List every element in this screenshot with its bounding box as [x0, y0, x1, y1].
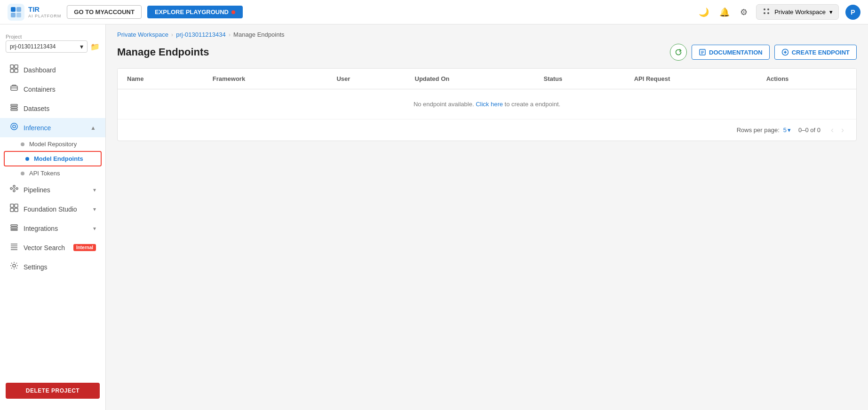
svg-point-5 [767, 8, 769, 10]
explore-playground-button[interactable]: EXPLORE PLAYGROUND [147, 6, 243, 18]
sidebar-item-settings[interactable]: Settings [0, 257, 105, 276]
settings-button[interactable]: ⚙ [738, 5, 749, 19]
api-tokens-dot [21, 172, 24, 175]
sidebar-sub-model-repository-label: Model Repository [29, 141, 77, 148]
integrations-chevron-icon: ▾ [93, 225, 96, 232]
svg-rect-11 [15, 69, 18, 72]
topnav-left: TIR AI PLATFORM GO TO MYACCOUNT EXPLORE … [8, 4, 243, 21]
breadcrumb-workspace[interactable]: Private Workspace [117, 31, 168, 38]
go-to-myaccount-button[interactable]: GO TO MYACCOUNT [67, 5, 142, 19]
topnav-right: 🌙 🔔 ⚙ Private Workspace ▾ P [697, 4, 860, 20]
containers-icon [9, 84, 19, 95]
col-name: Name [118, 69, 203, 89]
svg-point-17 [11, 123, 17, 130]
svg-point-18 [13, 125, 16, 128]
breadcrumb-project[interactable]: prj-013011213434 [176, 31, 226, 38]
svg-rect-32 [11, 229, 17, 230]
refresh-button[interactable] [670, 44, 687, 61]
svg-point-22 [13, 190, 15, 192]
table-empty-text: No endpoint available. [414, 101, 474, 108]
dashboard-icon [9, 64, 19, 75]
sidebar-item-integrations-label: Integrations [24, 225, 88, 232]
delete-project-button[interactable]: DELETE PROJECT [6, 383, 100, 399]
sidebar-item-vector-search-label: Vector Search [24, 244, 67, 252]
avatar[interactable]: P [845, 5, 860, 20]
sidebar-item-integrations[interactable]: Integrations ▾ [0, 219, 105, 238]
svg-rect-29 [15, 208, 18, 212]
prev-page-button[interactable]: ‹ [828, 124, 836, 136]
vector-search-internal-badge: Internal [73, 244, 96, 251]
main-content: Private Workspace › prj-013011213434 › M… [106, 24, 868, 410]
sidebar-item-settings-label: Settings [24, 263, 96, 271]
create-endpoint-label: CREATE ENDPOINT [792, 49, 850, 56]
sidebar-item-foundation-studio-label: Foundation Studio [24, 205, 88, 213]
sidebar-item-inference-label: Inference [24, 124, 86, 132]
table-footer: Rows per page: 5 ▾ 0–0 of 0 ‹ › [118, 119, 856, 141]
settings-nav-icon [9, 261, 19, 272]
col-updated-on: Updated On [406, 69, 534, 89]
svg-rect-31 [11, 227, 17, 229]
table-empty-cell: No endpoint available. Click here to cre… [118, 89, 856, 119]
sidebar-item-vector-search[interactable]: Vector Search Internal [0, 238, 105, 257]
sidebar-bottom: DELETE PROJECT [0, 377, 105, 404]
sidebar-sub-model-repository[interactable]: Model Repository [0, 137, 105, 151]
col-api-request: API Request [625, 69, 757, 89]
dark-mode-button[interactable]: 🌙 [697, 5, 711, 19]
model-endpoints-active-box: Model Endpoints [4, 151, 102, 166]
sidebar-item-inference[interactable]: Inference ▲ [0, 118, 105, 137]
sidebar-item-dashboard-label: Dashboard [24, 66, 96, 74]
sidebar-item-pipelines[interactable]: Pipelines ▾ [0, 180, 105, 199]
sidebar-item-datasets-label: Datasets [24, 105, 96, 112]
inference-chevron-icon: ▲ [90, 125, 96, 131]
workspace-icon [762, 7, 771, 17]
create-endpoint-button[interactable]: CREATE ENDPOINT [774, 45, 857, 60]
workspace-selector[interactable]: Private Workspace ▾ [756, 4, 839, 20]
sidebar-item-dashboard[interactable]: Dashboard [0, 60, 105, 79]
sidebar-sub-api-tokens[interactable]: API Tokens [0, 166, 105, 180]
breadcrumb-sep-1: › [171, 31, 173, 38]
documentation-button[interactable]: DOCUMENTATION [692, 45, 770, 60]
vector-search-icon [9, 242, 19, 253]
col-status: Status [534, 69, 624, 89]
page-header: Manage Endpoints DOCUMENTATION CREATE EN… [106, 42, 868, 68]
sidebar-sub-model-endpoints-label: Model Endpoints [34, 155, 83, 162]
svg-rect-0 [11, 7, 16, 12]
sidebar: Project prj-013011213434 ▾ 📁 Dashboard [0, 24, 106, 410]
logo[interactable]: TIR AI PLATFORM [8, 4, 61, 21]
sidebar-item-datasets[interactable]: Datasets [0, 99, 105, 118]
model-repository-dot [21, 142, 24, 146]
foundation-studio-icon [9, 204, 19, 214]
svg-rect-15 [11, 107, 17, 108]
svg-rect-1 [16, 7, 21, 12]
col-framework: Framework [203, 69, 327, 89]
svg-point-37 [13, 264, 16, 267]
svg-rect-26 [10, 204, 14, 207]
table-empty-link[interactable]: Click here [476, 101, 503, 108]
sidebar-item-containers[interactable]: Containers [0, 79, 105, 99]
sidebar-item-foundation-studio[interactable]: Foundation Studio ▾ [0, 199, 105, 219]
svg-rect-2 [11, 13, 16, 17]
breadcrumb-sep-2: › [229, 31, 231, 38]
svg-point-4 [764, 8, 765, 10]
breadcrumb: Private Workspace › prj-013011213434 › M… [106, 24, 868, 42]
notifications-button[interactable]: 🔔 [717, 5, 732, 19]
pipelines-chevron-icon: ▾ [93, 187, 96, 193]
sidebar-item-containers-label: Containers [24, 86, 96, 93]
inference-icon [9, 122, 19, 133]
svg-rect-14 [11, 104, 17, 106]
svg-rect-30 [11, 225, 17, 226]
endpoints-table: Name Framework User Updated On Status AP… [118, 69, 856, 119]
next-page-button[interactable]: › [838, 124, 847, 136]
folder-icon[interactable]: 📁 [90, 42, 100, 51]
foundation-studio-chevron-icon: ▾ [93, 206, 96, 213]
svg-point-21 [16, 188, 18, 189]
project-select-wrapper[interactable]: prj-013011213434 ▾ [6, 40, 88, 53]
sidebar-sub-api-tokens-label: API Tokens [29, 170, 60, 177]
svg-point-20 [13, 185, 15, 187]
rows-per-page-label: Rows per page: [737, 126, 780, 134]
project-value: prj-013011213434 [10, 43, 78, 50]
sidebar-sub-model-endpoints[interactable]: Model Endpoints [5, 152, 101, 166]
integrations-icon [9, 223, 19, 234]
documentation-label: DOCUMENTATION [709, 49, 763, 56]
rows-per-page-select[interactable]: 5 ▾ [783, 126, 791, 134]
